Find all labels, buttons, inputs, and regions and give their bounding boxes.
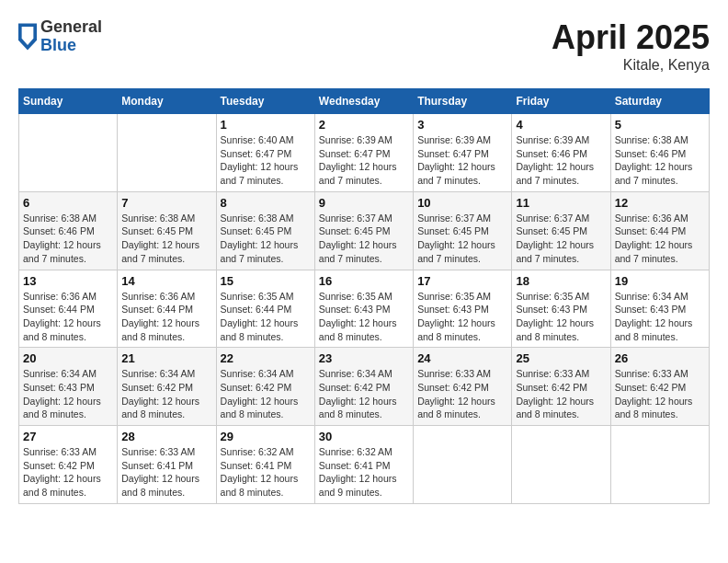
day-info: Sunrise: 6:38 AMSunset: 6:45 PMDaylight:… <box>221 212 311 266</box>
day-number: 4 <box>516 118 606 132</box>
calendar-cell <box>118 114 216 192</box>
day-info: Sunrise: 6:36 AMSunset: 6:44 PMDaylight:… <box>121 290 211 344</box>
day-info: Sunrise: 6:33 AMSunset: 6:41 PMDaylight:… <box>121 445 211 500</box>
day-number: 22 <box>221 351 311 365</box>
calendar-cell <box>414 426 512 504</box>
header-day-friday: Friday <box>512 89 610 114</box>
calendar-cell: 20Sunrise: 6:34 AMSunset: 6:43 PMDayligh… <box>19 348 118 426</box>
calendar-cell: 21Sunrise: 6:34 AMSunset: 6:42 PMDayligh… <box>118 348 216 426</box>
header-day-wednesday: Wednesday <box>314 89 413 114</box>
calendar-cell: 15Sunrise: 6:35 AMSunset: 6:44 PMDayligh… <box>216 270 314 348</box>
day-info: Sunrise: 6:34 AMSunset: 6:43 PMDaylight:… <box>23 367 113 421</box>
day-number: 14 <box>121 274 211 288</box>
calendar-cell: 30Sunrise: 6:32 AMSunset: 6:41 PMDayligh… <box>314 426 413 504</box>
calendar-week-5: 27Sunrise: 6:33 AMSunset: 6:42 PMDayligh… <box>19 426 710 504</box>
calendar-cell <box>512 426 610 504</box>
day-info: Sunrise: 6:39 AMSunset: 6:47 PMDaylight:… <box>319 133 409 188</box>
day-number: 11 <box>516 196 606 210</box>
day-number: 30 <box>319 430 409 443</box>
header-day-thursday: Thursday <box>414 89 512 114</box>
day-info: Sunrise: 6:32 AMSunset: 6:41 PMDaylight:… <box>319 445 409 500</box>
day-info: Sunrise: 6:33 AMSunset: 6:42 PMDaylight:… <box>417 367 507 421</box>
header-row: SundayMondayTuesdayWednesdayThursdayFrid… <box>19 89 710 114</box>
calendar-cell: 9Sunrise: 6:37 AMSunset: 6:45 PMDaylight… <box>314 191 413 270</box>
day-info: Sunrise: 6:35 AMSunset: 6:43 PMDaylight:… <box>319 290 409 344</box>
calendar-header: SundayMondayTuesdayWednesdayThursdayFrid… <box>19 89 710 114</box>
day-number: 20 <box>23 351 113 365</box>
calendar-cell: 4Sunrise: 6:39 AMSunset: 6:46 PMDaylight… <box>512 114 610 192</box>
calendar-cell: 7Sunrise: 6:38 AMSunset: 6:45 PMDaylight… <box>118 191 216 270</box>
day-number: 8 <box>221 196 311 210</box>
calendar-cell: 26Sunrise: 6:33 AMSunset: 6:42 PMDayligh… <box>610 348 709 426</box>
calendar-cell: 13Sunrise: 6:36 AMSunset: 6:44 PMDayligh… <box>19 270 118 348</box>
logo-text: General Blue <box>40 18 102 55</box>
day-info: Sunrise: 6:38 AMSunset: 6:45 PMDaylight:… <box>121 212 211 266</box>
logo: General Blue <box>18 18 102 55</box>
day-number: 6 <box>23 196 113 210</box>
day-number: 26 <box>615 351 705 365</box>
calendar-cell: 5Sunrise: 6:38 AMSunset: 6:46 PMDaylight… <box>610 114 709 192</box>
calendar-cell: 3Sunrise: 6:39 AMSunset: 6:47 PMDaylight… <box>414 114 512 192</box>
day-info: Sunrise: 6:39 AMSunset: 6:47 PMDaylight:… <box>417 133 507 188</box>
day-number: 2 <box>319 118 409 132</box>
header-day-sunday: Sunday <box>19 89 118 114</box>
day-number: 12 <box>615 196 705 210</box>
day-number: 18 <box>516 274 606 288</box>
day-info: Sunrise: 6:35 AMSunset: 6:43 PMDaylight:… <box>417 290 507 344</box>
day-number: 17 <box>417 274 507 288</box>
calendar-cell: 22Sunrise: 6:34 AMSunset: 6:42 PMDayligh… <box>216 348 314 426</box>
day-number: 5 <box>615 118 705 132</box>
calendar-body: 1Sunrise: 6:40 AMSunset: 6:47 PMDaylight… <box>19 114 710 504</box>
day-info: Sunrise: 6:37 AMSunset: 6:45 PMDaylight:… <box>417 212 507 266</box>
calendar-cell: 2Sunrise: 6:39 AMSunset: 6:47 PMDaylight… <box>314 114 413 192</box>
day-info: Sunrise: 6:39 AMSunset: 6:46 PMDaylight:… <box>516 133 606 188</box>
day-info: Sunrise: 6:34 AMSunset: 6:42 PMDaylight:… <box>221 367 311 421</box>
calendar-cell: 12Sunrise: 6:36 AMSunset: 6:44 PMDayligh… <box>610 191 709 270</box>
calendar-cell: 16Sunrise: 6:35 AMSunset: 6:43 PMDayligh… <box>314 270 413 348</box>
calendar-cell: 8Sunrise: 6:38 AMSunset: 6:45 PMDaylight… <box>216 191 314 270</box>
day-info: Sunrise: 6:32 AMSunset: 6:41 PMDaylight:… <box>221 445 311 500</box>
day-info: Sunrise: 6:40 AMSunset: 6:47 PMDaylight:… <box>221 133 311 188</box>
calendar-cell <box>610 426 709 504</box>
calendar-cell: 10Sunrise: 6:37 AMSunset: 6:45 PMDayligh… <box>414 191 512 270</box>
day-info: Sunrise: 6:36 AMSunset: 6:44 PMDaylight:… <box>615 212 705 266</box>
day-info: Sunrise: 6:35 AMSunset: 6:44 PMDaylight:… <box>221 290 311 344</box>
header-day-monday: Monday <box>118 89 216 114</box>
day-number: 1 <box>221 118 311 132</box>
month-title: April 2025 <box>552 18 710 57</box>
day-info: Sunrise: 6:38 AMSunset: 6:46 PMDaylight:… <box>615 133 705 188</box>
day-info: Sunrise: 6:36 AMSunset: 6:44 PMDaylight:… <box>23 290 113 344</box>
day-number: 21 <box>121 351 211 365</box>
calendar-cell: 1Sunrise: 6:40 AMSunset: 6:47 PMDaylight… <box>216 114 314 192</box>
day-number: 10 <box>417 196 507 210</box>
calendar-cell <box>19 114 118 192</box>
calendar-cell: 25Sunrise: 6:33 AMSunset: 6:42 PMDayligh… <box>512 348 610 426</box>
day-info: Sunrise: 6:33 AMSunset: 6:42 PMDaylight:… <box>615 367 705 421</box>
calendar-week-4: 20Sunrise: 6:34 AMSunset: 6:43 PMDayligh… <box>19 348 710 426</box>
calendar-cell: 28Sunrise: 6:33 AMSunset: 6:41 PMDayligh… <box>118 426 216 504</box>
day-number: 28 <box>121 430 211 443</box>
calendar-week-2: 6Sunrise: 6:38 AMSunset: 6:46 PMDaylight… <box>19 191 710 270</box>
day-number: 3 <box>417 118 507 132</box>
location: Kitale, Kenya <box>552 57 710 74</box>
day-info: Sunrise: 6:37 AMSunset: 6:45 PMDaylight:… <box>319 212 409 266</box>
calendar-cell: 11Sunrise: 6:37 AMSunset: 6:45 PMDayligh… <box>512 191 610 270</box>
day-number: 7 <box>121 196 211 210</box>
calendar-cell: 19Sunrise: 6:34 AMSunset: 6:43 PMDayligh… <box>610 270 709 348</box>
calendar-week-1: 1Sunrise: 6:40 AMSunset: 6:47 PMDaylight… <box>19 114 710 192</box>
calendar-cell: 27Sunrise: 6:33 AMSunset: 6:42 PMDayligh… <box>19 426 118 504</box>
logo-icon <box>18 23 37 51</box>
page-header: General Blue April 2025 Kitale, Kenya <box>18 18 710 74</box>
calendar-cell: 29Sunrise: 6:32 AMSunset: 6:41 PMDayligh… <box>216 426 314 504</box>
calendar-cell: 17Sunrise: 6:35 AMSunset: 6:43 PMDayligh… <box>414 270 512 348</box>
day-number: 16 <box>319 274 409 288</box>
day-number: 19 <box>615 274 705 288</box>
day-info: Sunrise: 6:34 AMSunset: 6:42 PMDaylight:… <box>319 367 409 421</box>
calendar-cell: 23Sunrise: 6:34 AMSunset: 6:42 PMDayligh… <box>314 348 413 426</box>
logo-blue-text: Blue <box>40 37 102 55</box>
day-info: Sunrise: 6:34 AMSunset: 6:42 PMDaylight:… <box>121 367 211 421</box>
calendar-cell: 6Sunrise: 6:38 AMSunset: 6:46 PMDaylight… <box>19 191 118 270</box>
day-number: 13 <box>23 274 113 288</box>
day-number: 24 <box>417 351 507 365</box>
calendar-cell: 24Sunrise: 6:33 AMSunset: 6:42 PMDayligh… <box>414 348 512 426</box>
